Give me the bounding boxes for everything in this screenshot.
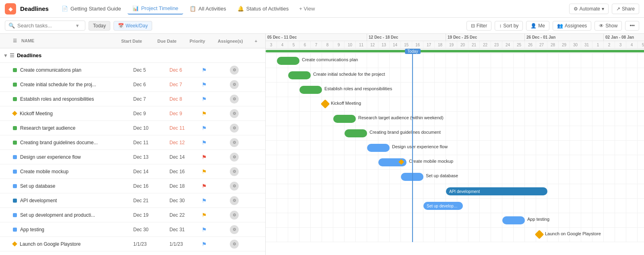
gantt-chart[interactable]: 05 Dec - 11 Dec12 Dec - 18 Dec19 Dec - 2… — [266, 34, 644, 255]
gantt-grid-cell — [288, 97, 299, 111]
automate-button[interactable]: ⚙ Automate ▾ — [569, 4, 609, 14]
search-input[interactable] — [17, 23, 74, 29]
tab-status-activities[interactable]: 🔔 Status of Activities — [233, 3, 294, 14]
gantt-day-cell: 2 — [604, 41, 615, 48]
task-name: Create initial schedule for the proj... — [20, 82, 133, 87]
gantt-grid-cell — [322, 184, 333, 198]
gantt-grid-cell — [446, 126, 457, 140]
task-color-indicator — [13, 228, 17, 232]
add-column-button[interactable]: + — [250, 39, 262, 44]
gantt-day-cell: 13 — [378, 41, 390, 48]
task-priority: ⚑ — [202, 96, 230, 102]
gantt-week-label: 19 Dec - 25 Dec — [446, 34, 525, 41]
gantt-grid-cell — [356, 199, 367, 213]
task-start-date: Dec 19 — [133, 212, 169, 218]
task-row[interactable]: Create initial schedule for the proj... … — [0, 77, 265, 92]
search-dropdown-icon[interactable]: ▾ — [76, 23, 79, 29]
gantt-grid-cell — [514, 155, 525, 169]
task-row[interactable]: Establish roles and responsibilities Dec… — [0, 92, 265, 106]
gantt-grid-cell — [367, 228, 378, 242]
gantt-grid-cell — [469, 141, 480, 155]
task-row[interactable]: Set up database Dec 16 Dec 18 ⚑ ⚙ — [0, 179, 265, 193]
tab-getting-started[interactable]: 📄 Getting Started Guide — [57, 3, 126, 14]
task-row[interactable]: Design user experience flow Dec 13 Dec 1… — [0, 150, 265, 164]
task-row[interactable]: Create communications plan Dec 5 Dec 6 ⚑… — [0, 63, 265, 77]
task-row[interactable]: Launch on Google Playstore 1/1/23 1/1/23… — [0, 237, 265, 251]
share-button[interactable]: ↗ Share — [612, 4, 639, 14]
gantt-grid-cell — [570, 54, 581, 68]
gantt-day-cell: 11 — [356, 41, 367, 48]
task-row[interactable]: App testing Dec 30 Dec 31 ⚑ ⚙ — [0, 222, 265, 237]
gantt-grid-cell — [604, 199, 615, 213]
gantt-grid-cell — [536, 97, 547, 111]
gantt-grid-cell — [514, 83, 525, 97]
more-options-button[interactable]: ••• — [625, 21, 639, 31]
tab-all-activities[interactable]: 📋 All Activities — [185, 3, 231, 14]
gantt-grid-cell — [435, 97, 446, 111]
gantt-grid-cell — [581, 68, 592, 82]
gantt-grid-cell — [592, 155, 604, 169]
me-button[interactable]: 👤 Me — [526, 21, 549, 31]
gantt-grid-cell — [615, 170, 626, 184]
priority-flag-icon: ⚑ — [202, 197, 207, 204]
gantt-grid-cell — [266, 184, 277, 198]
gantt-task-row: App testing — [266, 213, 644, 228]
task-row[interactable]: API development Dec 21 Dec 30 ⚑ ⚙ — [0, 193, 265, 208]
gantt-grid-cell — [469, 97, 480, 111]
gantt-grid-cell — [592, 112, 604, 126]
collapse-sidebar-icon[interactable]: ☰ — [13, 38, 17, 43]
app-icon: ◆ — [5, 3, 16, 15]
search-box[interactable]: 🔍 ▾ — [5, 21, 85, 31]
task-priority: ⚑ — [202, 154, 230, 160]
gantt-grid-cell — [626, 184, 638, 198]
gantt-grid-cell — [491, 213, 502, 227]
gantt-grid-cell — [412, 97, 423, 111]
task-row[interactable]: Research target audience Dec 10 Dec 11 ⚑… — [0, 121, 265, 135]
gantt-grid-cell — [502, 83, 514, 97]
task-row[interactable]: Creating brand guidelines docume... Dec … — [0, 135, 265, 150]
gantt-grid-cell — [277, 184, 288, 198]
share-icon: ↗ — [616, 6, 620, 12]
show-button[interactable]: 👁 Show — [594, 21, 622, 31]
gantt-grid-cell — [604, 54, 615, 68]
gantt-grid-cell — [514, 228, 525, 242]
task-due-date: Dec 7 — [169, 82, 202, 87]
gantt-grid-cell — [277, 68, 288, 82]
gantt-grid-cell — [311, 199, 322, 213]
gantt-grid-cell — [547, 141, 559, 155]
sort-button[interactable]: ↕ Sort by — [495, 21, 523, 31]
gantt-grid-cell — [604, 155, 615, 169]
week-day-button[interactable]: 📅 Week/Day — [114, 21, 152, 31]
tab-project-timeline[interactable]: 📊 Project Timeline — [128, 3, 183, 15]
task-row[interactable]: Set up development and producti... Dec 1… — [0, 208, 265, 222]
group-collapse-icon[interactable]: ▼ — [3, 53, 8, 58]
task-name: Create mobile mockup — [20, 169, 133, 174]
gantt-day-cell: 6 — [299, 41, 311, 48]
gantt-grid-cell — [266, 213, 277, 227]
today-button[interactable]: Today — [89, 21, 110, 31]
task-row[interactable]: Kickoff Meeting Dec 9 Dec 9 ⚑ ⚙ — [0, 106, 265, 121]
add-view-button[interactable]: + View — [295, 3, 319, 14]
gantt-task-row: Research target audience (within weekend… — [266, 112, 644, 126]
assignees-button[interactable]: 👥 Assignees — [553, 21, 591, 31]
task-assignee: ⚙ — [230, 66, 262, 75]
gantt-grid-cell — [480, 54, 491, 68]
top-right-actions: ⚙ Automate ▾ ↗ Share — [569, 4, 639, 14]
task-start-date: Dec 6 — [133, 82, 169, 87]
gantt-grid-cell — [491, 112, 502, 126]
gantt-grid-cell — [581, 126, 592, 140]
gantt-grid-cell — [277, 228, 288, 242]
gantt-day-cell: 8 — [322, 41, 333, 48]
gantt-grid-cell — [299, 141, 311, 155]
gantt-grid-cell — [266, 199, 277, 213]
task-rows-container: Create communications plan Dec 5 Dec 6 ⚑… — [0, 63, 265, 251]
gantt-grid-cell — [457, 97, 469, 111]
gantt-grid-cell — [547, 170, 559, 184]
task-due-date: Dec 18 — [169, 183, 202, 189]
gantt-grid-cell — [322, 213, 333, 227]
gantt-grid-cell — [401, 83, 412, 97]
gantt-grid-cell — [525, 68, 536, 82]
gantt-grid-cell — [469, 155, 480, 169]
filter-button[interactable]: ⊟ Filter — [466, 21, 492, 31]
task-row[interactable]: Create mobile mockup Dec 14 Dec 16 ⚑ ⚙ — [0, 164, 265, 179]
